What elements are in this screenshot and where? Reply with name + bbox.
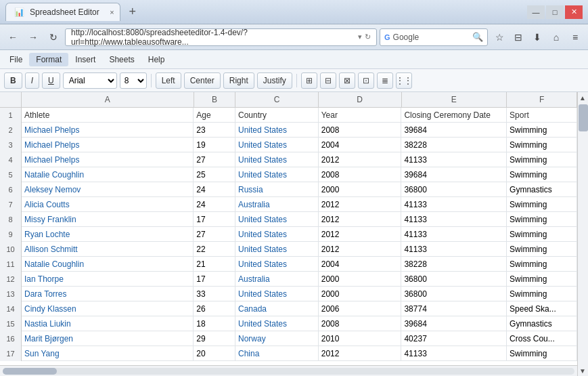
scroll-up-button[interactable]: ▲ xyxy=(578,92,587,103)
format-icon-2[interactable]: ⊟ xyxy=(320,72,336,89)
browser-tab[interactable]: 📊 Spreadsheet Editor × xyxy=(5,3,120,21)
cell-age[interactable]: 21 xyxy=(194,257,235,272)
cell-age[interactable]: 29 xyxy=(194,331,235,346)
table-row[interactable]: 14 Cindy Klassen 26 Canada 2006 38774 Sp… xyxy=(0,301,577,316)
cell-year[interactable]: 2006 xyxy=(319,301,402,316)
cell-athlete[interactable]: Natalie Coughlin xyxy=(22,257,194,272)
cell-country[interactable]: United States xyxy=(235,152,319,167)
table-row[interactable]: 12 Ian Thorpe 17 Australia 2000 36800 Sw… xyxy=(0,272,577,287)
cell-closing-date[interactable]: 38228 xyxy=(401,257,507,272)
cell-closing-date[interactable]: Closing Ceremony Date xyxy=(401,108,507,123)
cell-country[interactable]: United States xyxy=(235,212,319,227)
cell-sport[interactable]: Swimming xyxy=(507,212,577,227)
cell-age[interactable]: 24 xyxy=(194,182,235,197)
scroll-thumb[interactable] xyxy=(579,104,588,131)
table-row[interactable]: 8 Missy Franklin 17 United States 2012 4… xyxy=(0,212,577,227)
cell-sport[interactable]: Swimming xyxy=(507,227,577,242)
bookmark-list-button[interactable]: ⊟ xyxy=(510,28,527,46)
cell-closing-date[interactable]: 41133 xyxy=(401,152,507,167)
vertical-scrollbar[interactable]: ▲ ▼ xyxy=(577,92,588,376)
menu-file[interactable]: File xyxy=(3,53,29,66)
menu-button[interactable]: ≡ xyxy=(566,28,584,46)
new-tab-button[interactable]: + xyxy=(125,4,141,20)
cell-closing-date[interactable]: 41133 xyxy=(401,197,507,212)
cell-age[interactable]: 17 xyxy=(194,272,235,287)
cell-country[interactable]: Australia xyxy=(235,197,319,212)
cell-athlete[interactable]: Athlete xyxy=(22,108,194,123)
cell-age[interactable]: 18 xyxy=(194,316,235,331)
cell-athlete[interactable]: Michael Phelps xyxy=(22,138,194,152)
table-row[interactable]: 7 Alicia Coutts 24 Australia 2012 41133 … xyxy=(0,197,577,212)
cell-closing-date[interactable]: 38774 xyxy=(401,301,507,316)
search-bar[interactable]: G Google 🔍 xyxy=(380,28,488,46)
bookmark-star-button[interactable]: ☆ xyxy=(491,28,508,46)
cell-year[interactable]: 2008 xyxy=(319,316,402,331)
table-row[interactable]: 3 Michael Phelps 19 United States 2004 3… xyxy=(0,138,577,152)
cell-country[interactable]: China xyxy=(235,346,319,361)
cell-year[interactable]: 2008 xyxy=(319,167,402,182)
cell-year[interactable]: 2012 xyxy=(319,152,402,167)
cell-athlete[interactable]: Sun Yang xyxy=(22,346,194,361)
cell-sport[interactable]: Swimming xyxy=(507,257,577,272)
cell-age[interactable]: 27 xyxy=(194,152,235,167)
cell-athlete[interactable]: Alicia Coutts xyxy=(22,197,194,212)
font-family-select[interactable]: Arial xyxy=(63,72,117,89)
maximize-button[interactable]: □ xyxy=(546,5,564,19)
cell-country[interactable]: United States xyxy=(235,257,319,272)
cell-year[interactable]: 2012 xyxy=(319,242,402,257)
cell-athlete[interactable]: Michael Phelps xyxy=(22,152,194,167)
cell-country[interactable]: Norway xyxy=(235,331,319,346)
table-row[interactable]: 16 Marit Bjørgen 29 Norway 2010 40237 Cr… xyxy=(0,331,577,346)
cell-year[interactable]: 2004 xyxy=(319,138,402,152)
table-row[interactable]: 11 Natalie Coughlin 21 United States 200… xyxy=(0,257,577,272)
underline-button[interactable]: U xyxy=(42,72,60,89)
table-row[interactable]: 13 Dara Torres 33 United States 2000 368… xyxy=(0,287,577,301)
menu-insert[interactable]: Insert xyxy=(68,53,102,66)
cell-athlete[interactable]: Missy Franklin xyxy=(22,212,194,227)
cell-athlete[interactable]: Ryan Lochte xyxy=(22,227,194,242)
cell-country[interactable]: United States xyxy=(235,227,319,242)
cell-year[interactable]: 2012 xyxy=(319,227,402,242)
table-row[interactable]: 9 Ryan Lochte 27 United States 2012 4113… xyxy=(0,227,577,242)
cell-closing-date[interactable]: 36800 xyxy=(401,272,507,287)
reload-button[interactable]: ↻ xyxy=(45,28,62,46)
align-right-button[interactable]: Right xyxy=(223,72,254,89)
cell-country[interactable]: United States xyxy=(235,167,319,182)
cell-closing-date[interactable]: 39684 xyxy=(401,167,507,182)
table-row[interactable]: 4 Michael Phelps 27 United States 2012 4… xyxy=(0,152,577,167)
format-icon-1[interactable]: ⊞ xyxy=(301,72,317,89)
tab-close-button[interactable]: × xyxy=(110,8,114,16)
cell-age[interactable]: 22 xyxy=(194,242,235,257)
table-row[interactable]: 15 Nastia Liukin 18 United States 2008 3… xyxy=(0,316,577,331)
h-scroll-thumb[interactable] xyxy=(3,368,57,375)
close-button[interactable]: ✕ xyxy=(565,5,583,19)
cell-sport[interactable]: Swimming xyxy=(507,138,577,152)
cell-age[interactable]: 17 xyxy=(194,212,235,227)
cell-closing-date[interactable]: 36800 xyxy=(401,287,507,301)
table-row[interactable]: 5 Natalie Coughlin 25 United States 2008… xyxy=(0,167,577,182)
cell-country[interactable]: United States xyxy=(235,287,319,301)
cell-year[interactable]: 2000 xyxy=(319,182,402,197)
home-button[interactable]: ⌂ xyxy=(547,28,565,46)
table-row[interactable]: 10 Allison Schmitt 22 United States 2012… xyxy=(0,242,577,257)
cell-athlete[interactable]: Cindy Klassen xyxy=(22,301,194,316)
cell-athlete[interactable]: Dara Torres xyxy=(22,287,194,301)
cell-closing-date[interactable]: 41133 xyxy=(401,227,507,242)
table-row[interactable]: 6 Aleksey Nemov 24 Russia 2000 36800 Gym… xyxy=(0,182,577,197)
cell-age[interactable]: 26 xyxy=(194,301,235,316)
cell-athlete[interactable]: Aleksey Nemov xyxy=(22,182,194,197)
cell-closing-date[interactable]: 39684 xyxy=(401,316,507,331)
align-center-button[interactable]: Center xyxy=(184,72,221,89)
align-justify-button[interactable]: Justify xyxy=(257,72,292,89)
cell-sport[interactable]: Swimming xyxy=(507,287,577,301)
cell-sport[interactable]: Swimming xyxy=(507,123,577,138)
table-row[interactable]: 17 Sun Yang 20 China 2012 41133 Swimming xyxy=(0,346,577,361)
cell-country[interactable]: United States xyxy=(235,316,319,331)
cell-age[interactable]: 19 xyxy=(194,138,235,152)
cell-country[interactable]: Australia xyxy=(235,272,319,287)
cell-athlete[interactable]: Natalie Coughlin xyxy=(22,167,194,182)
cell-closing-date[interactable]: 41133 xyxy=(401,242,507,257)
table-row[interactable]: 1 Athlete Age Country Year Closing Cerem… xyxy=(0,108,577,123)
cell-sport[interactable]: Sport xyxy=(507,108,577,123)
cell-country[interactable]: United States xyxy=(235,123,319,138)
